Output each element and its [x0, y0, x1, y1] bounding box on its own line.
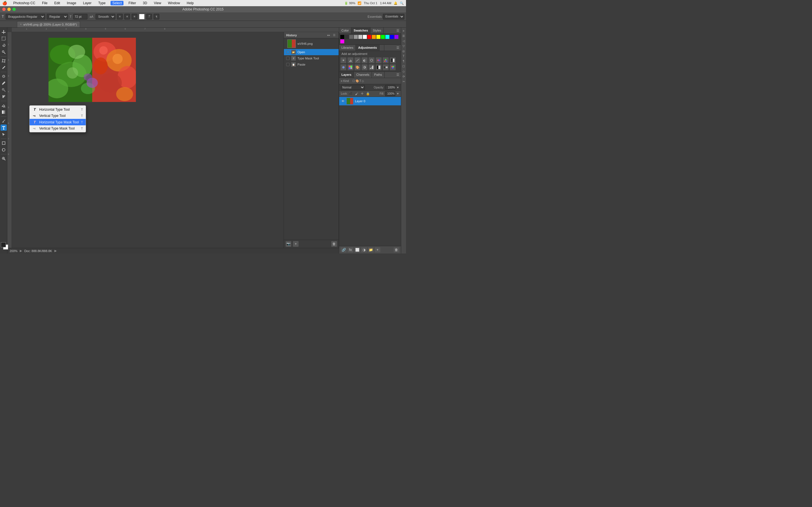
brush-tool[interactable]: [1, 80, 7, 86]
adj-invert[interactable]: [361, 64, 368, 70]
align-center-button[interactable]: ≡: [124, 14, 130, 19]
doc-info-expand[interactable]: ▶: [54, 249, 57, 252]
foreground-color-swatch[interactable]: [1, 242, 6, 247]
vertical-type-mask-tool-item[interactable]: T Vertical Type Mask Tool T: [30, 125, 86, 131]
swatch-blue[interactable]: [390, 35, 394, 39]
swatch-dark-gray[interactable]: [345, 35, 349, 39]
panel-icon-6[interactable]: T: [402, 54, 406, 58]
fill-dropdown-btn[interactable]: ▼: [396, 92, 399, 95]
gradient-tool[interactable]: [1, 109, 7, 115]
swatch-cyan[interactable]: [386, 35, 389, 39]
new-fill-adj-btn[interactable]: ◑: [361, 247, 367, 252]
align-right-button[interactable]: ≡: [132, 14, 137, 19]
menu-help[interactable]: Help: [185, 1, 195, 5]
align-left-button[interactable]: ≡: [117, 14, 123, 19]
panel-menu-btn[interactable]: ☰: [395, 27, 401, 34]
layer-kind-filter-type[interactable]: T: [359, 79, 361, 82]
zoom-tool[interactable]: [1, 156, 7, 162]
lock-paint-btn[interactable]: 🖌: [354, 92, 359, 96]
link-layers-btn[interactable]: 🔗: [341, 247, 347, 252]
clone-stamp-tool[interactable]: [1, 87, 7, 93]
swatch-orange[interactable]: [372, 35, 376, 39]
panel-icon-10[interactable]: ⟳: [402, 74, 406, 78]
menu-edit[interactable]: Edit: [52, 1, 62, 5]
tab-channels[interactable]: Channels: [354, 72, 371, 78]
maximize-button[interactable]: [12, 8, 16, 11]
swatch-white[interactable]: [363, 35, 367, 39]
menu-photoshop[interactable]: Photoshop CC: [11, 1, 37, 5]
menu-type[interactable]: Type: [96, 1, 107, 5]
add-style-btn[interactable]: fx: [348, 247, 353, 252]
shape-tool[interactable]: [1, 140, 7, 146]
type-tool[interactable]: [1, 124, 7, 131]
lock-transparent-btn[interactable]: ⬛: [349, 92, 353, 96]
font-style-select[interactable]: Regular: [47, 14, 68, 19]
adj-vibrance[interactable]: [368, 57, 375, 63]
opacity-input[interactable]: [385, 85, 395, 90]
delete-state-btn[interactable]: 🗑: [331, 241, 337, 247]
panel-icon-8[interactable]: ☐: [402, 64, 406, 68]
tab-adjustments-extra[interactable]: [379, 45, 384, 51]
panel-icon-9[interactable]: ◇: [402, 69, 406, 73]
apple-logo[interactable]: 🍎: [2, 1, 7, 5]
tab-libraries[interactable]: Libraries: [339, 45, 356, 51]
swatch-red[interactable]: [367, 35, 371, 39]
menu-image[interactable]: Image: [65, 1, 78, 5]
history-expand-btn[interactable]: ▸▸: [326, 33, 331, 37]
panel-icon-11[interactable]: ✂: [402, 79, 406, 83]
adj-threshold[interactable]: [375, 64, 382, 70]
swatch-green[interactable]: [381, 35, 385, 39]
3d-rotate-tool[interactable]: [1, 147, 7, 153]
minimize-button[interactable]: [7, 8, 11, 11]
swatch-mid-gray[interactable]: [349, 35, 353, 39]
adj-photo-filter[interactable]: [340, 64, 347, 70]
swatch-yellow[interactable]: [376, 35, 380, 39]
swatch-light-gray[interactable]: [354, 35, 358, 39]
menu-window[interactable]: Window: [166, 1, 182, 5]
font-size-input[interactable]: [73, 14, 87, 19]
swatch-violet[interactable]: [395, 35, 398, 39]
adj-levels[interactable]: [347, 57, 354, 63]
rectangular-marquee-tool[interactable]: [1, 36, 7, 42]
horizontal-type-tool-item[interactable]: T Horizontal Type Tool T: [30, 106, 86, 113]
swatch-lighter-gray[interactable]: [358, 35, 362, 39]
layer-0-row[interactable]: 👁 Layer 0: [339, 97, 401, 105]
char-panel-button[interactable]: ¶: [154, 14, 159, 19]
panel-icon-7[interactable]: ¶: [402, 59, 406, 63]
lasso-tool[interactable]: [1, 42, 7, 48]
anti-alias-select[interactable]: Smooth: [96, 14, 115, 19]
quick-select-tool[interactable]: [1, 49, 7, 55]
adj-gradient-map[interactable]: [383, 64, 389, 70]
type-flyout-menu[interactable]: T Horizontal Type Tool T T Vertical Type…: [29, 105, 86, 132]
swatch-black[interactable]: [340, 35, 344, 39]
history-item-open[interactable]: 📂 Open: [284, 49, 339, 55]
panel-icon-5[interactable]: ◎: [402, 49, 406, 53]
search-icon[interactable]: 🔍: [400, 1, 404, 5]
new-group-btn[interactable]: 📁: [368, 247, 373, 252]
delete-layer-btn[interactable]: 🗑: [394, 247, 399, 252]
adj-posterize[interactable]: [368, 64, 375, 70]
adj-curves[interactable]: [354, 57, 361, 63]
tab-close-btn[interactable]: ×: [20, 23, 22, 26]
menu-filter[interactable]: Filter: [127, 1, 138, 5]
path-select-tool[interactable]: [1, 131, 7, 137]
menu-select[interactable]: Select: [110, 1, 123, 5]
close-button[interactable]: [2, 8, 6, 11]
adj-color-lookup[interactable]: 🎨: [354, 64, 361, 70]
panel-icon-2[interactable]: ☰: [402, 34, 406, 38]
move-tool[interactable]: [1, 29, 7, 35]
pen-tool[interactable]: [1, 118, 7, 124]
swatch-magenta[interactable]: [340, 40, 344, 43]
eraser-tool[interactable]: [1, 102, 7, 108]
tool-options-icon[interactable]: T: [2, 14, 4, 18]
layer-kind-filter-shape[interactable]: ◇: [362, 79, 364, 82]
eyedropper-tool[interactable]: [1, 64, 7, 71]
tab-styles[interactable]: Styles: [370, 27, 384, 34]
layer-kind-filter-adj[interactable]: 🎨: [356, 79, 359, 82]
lock-all-btn[interactable]: 🔒: [366, 92, 370, 96]
document-tab[interactable]: × wVIH6.png @ 200% (Layer 0, RGB/8*): [17, 21, 80, 27]
spot-healing-tool[interactable]: [1, 73, 7, 79]
font-family-select[interactable]: Braggadocio Regular: [6, 14, 45, 19]
tab-swatches[interactable]: Swatches: [351, 27, 370, 34]
vertical-type-tool-item[interactable]: T Vertical Type Tool T: [30, 113, 86, 119]
